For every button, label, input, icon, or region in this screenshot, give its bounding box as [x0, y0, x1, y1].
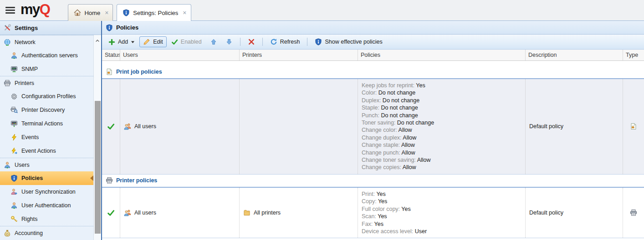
sidebar-item-label: Terminal Actions — [21, 120, 63, 127]
scroll-thumb[interactable] — [95, 101, 101, 234]
sidebar-item-configuration-profiles[interactable]: Configuration Profiles — [0, 90, 93, 103]
delete-x-icon — [248, 38, 255, 45]
sidebar-item-printers[interactable]: Printers — [0, 76, 93, 90]
users-value: All users — [134, 123, 156, 130]
edit-button[interactable]: Edit — [139, 36, 167, 47]
sidebar-item-label: Policies — [21, 175, 43, 181]
sidebar-item-snmp[interactable]: SNMP — [0, 62, 93, 76]
refresh-label: Refresh — [280, 39, 300, 45]
policy-line: Punch: Do not change — [362, 112, 521, 119]
printers-cell — [240, 79, 358, 174]
moneybag-icon — [4, 230, 11, 237]
sidebar-item-users[interactable]: Users — [0, 158, 93, 171]
sidebar-item-label: Accounting — [15, 230, 43, 236]
printers-cell: All printers — [240, 188, 358, 238]
up-arrow-icon — [210, 38, 217, 45]
sidebar-item-network[interactable]: Network — [0, 35, 93, 49]
scroll-up-icon[interactable] — [95, 37, 100, 43]
policy-row[interactable]: All usersAll printersPrint: YesCopy: Yes… — [102, 188, 644, 238]
sidebar-item-terminal-actions[interactable]: Terminal Actions — [0, 117, 93, 130]
enabled-button[interactable]: Enabled — [168, 37, 205, 47]
content-area: Settings NetworkAuthentication serversSN… — [0, 21, 644, 240]
status-cell — [102, 188, 120, 238]
policy-line: Change staple: Allow — [362, 141, 521, 149]
toolbar-separator — [307, 38, 307, 46]
sidebar-item-accounting[interactable]: Accounting — [0, 226, 93, 240]
sidebar-item-label: Network — [15, 39, 36, 45]
policy-line: Change duplex: Allow — [362, 134, 521, 141]
tab-settings-policies[interactable]: Settings: Policies × — [117, 4, 191, 21]
menu-button[interactable] — [5, 5, 15, 15]
sidebar-item-policies[interactable]: Policies — [0, 171, 93, 185]
sidebar-item-events[interactable]: Events — [0, 130, 93, 144]
myq-logo: myQ — [20, 2, 50, 16]
refresh-button[interactable]: Refresh — [266, 36, 304, 47]
move-up-button[interactable] — [206, 36, 221, 47]
column-header-policies[interactable]: Policies — [358, 50, 526, 60]
print-job-icon — [106, 68, 113, 75]
policy-row[interactable]: All usersKeep jobs for reprint: YesColor… — [102, 79, 644, 175]
sidebar-scrollbar[interactable] — [93, 35, 101, 240]
users-icon — [124, 123, 131, 130]
sidebar-item-label: Rights — [21, 216, 37, 222]
tab-home[interactable]: Home × — [68, 4, 113, 21]
policies-cell: Print: YesCopy: YesFull color copy: YesS… — [358, 188, 526, 238]
printer-icon — [106, 177, 113, 184]
policy-line: Copy: Yes — [362, 198, 521, 205]
column-header-description[interactable]: Description — [526, 50, 623, 60]
refresh-icon — [270, 38, 277, 45]
section-header-printer-policies: Printer policies — [102, 175, 644, 188]
policy-line: Scan: Yes — [362, 213, 521, 220]
close-icon[interactable]: × — [183, 10, 186, 16]
sidebar-header: Settings — [0, 21, 101, 35]
main-panel: Policies Add Edit Enabled — [101, 21, 644, 240]
check-icon — [171, 39, 178, 45]
shield-icon — [10, 175, 18, 182]
policy-line: Change toner saving: Allow — [362, 156, 521, 164]
sidebar-item-user-synchronization[interactable]: User Synchronization — [0, 185, 93, 199]
sidebar-item-label: Printers — [15, 80, 34, 86]
sidebar-item-event-actions[interactable]: Event Actions — [0, 144, 93, 158]
column-header-users[interactable]: Users — [120, 50, 240, 60]
column-header-status[interactable]: Status — [102, 50, 120, 60]
logo-text-q: Q — [40, 1, 50, 17]
tab-label: Settings: Policies — [133, 10, 178, 16]
key-icon — [10, 215, 18, 223]
close-icon[interactable]: × — [105, 10, 108, 16]
section-title: Printer policies — [116, 177, 157, 184]
sidebar-item-rights[interactable]: Rights — [0, 212, 93, 226]
policies-cell: Keep jobs for reprint: YesColor: Do not … — [358, 79, 526, 174]
printers-value: All printers — [254, 210, 281, 216]
home-icon — [74, 9, 81, 16]
sidebar-item-authentication-servers[interactable]: Authentication servers — [0, 49, 93, 62]
topbar: myQ Home × Settings: Policies × — [0, 0, 644, 21]
folder-icon — [243, 209, 250, 216]
show-effective-policies-button[interactable]: Show effective policies — [311, 36, 386, 47]
shield-icon — [315, 38, 322, 45]
sidebar-item-label: Printer Discovery — [21, 107, 65, 113]
user-icon — [4, 161, 11, 169]
policy-line: Toner saving: Do not change — [362, 119, 521, 126]
type-cell — [623, 79, 644, 174]
move-down-button[interactable] — [222, 36, 236, 47]
policy-line: Duplex: Do not change — [362, 97, 521, 104]
sidebar-item-user-authentication[interactable]: User Authentication — [0, 199, 93, 212]
policy-line: Change copies: Allow — [362, 164, 521, 171]
panel-title-bar: Policies — [102, 21, 644, 35]
sidebar-item-label: Event Actions — [21, 148, 56, 154]
printer-icon — [630, 209, 637, 216]
show-effective-policies-label: Show effective policies — [325, 39, 382, 45]
printer-search-icon — [10, 106, 18, 114]
sidebar-item-printer-discovery[interactable]: Printer Discovery — [0, 103, 93, 117]
sidebar-item-label: Authentication servers — [21, 52, 78, 59]
table-top-spacer — [102, 61, 644, 66]
column-header-type[interactable]: Type — [623, 50, 644, 60]
users-cell: All users — [120, 79, 240, 174]
policy-line: Fax: Yes — [362, 220, 521, 228]
column-header-printers[interactable]: Printers — [240, 50, 358, 60]
add-button[interactable]: Add — [105, 37, 138, 47]
page-title: Policies — [116, 24, 138, 31]
sidebar-items: NetworkAuthentication serversSNMPPrinter… — [0, 35, 93, 240]
globe-icon — [4, 39, 11, 46]
delete-button[interactable] — [244, 36, 259, 47]
